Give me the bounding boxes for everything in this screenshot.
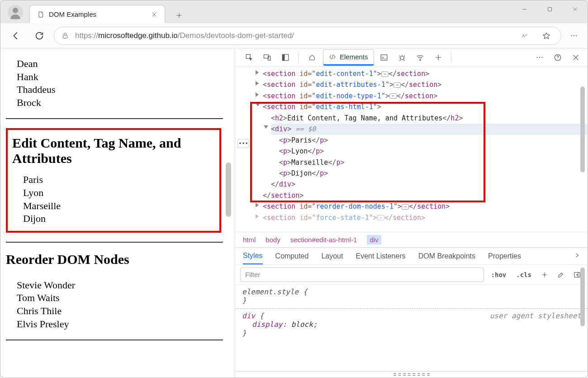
- divider: [6, 242, 223, 243]
- list-item: Lyon: [23, 187, 215, 200]
- cls-button[interactable]: .cls: [513, 271, 534, 278]
- svg-point-5: [576, 35, 577, 36]
- dom-tree[interactable]: <section id="edit-content-1"></section> …: [236, 67, 588, 232]
- styles-tab-dombp[interactable]: DOM Breakpoints: [418, 252, 475, 260]
- list-item: Paris: [23, 173, 215, 187]
- styles-tabs: Styles Computed Layout Event Listeners D…: [236, 248, 588, 265]
- lock-icon: [62, 32, 69, 39]
- more-actions-icon[interactable]: [531, 49, 548, 66]
- hov-button[interactable]: :hov: [488, 271, 509, 278]
- svg-rect-10: [282, 54, 285, 61]
- crumb-item[interactable]: body: [266, 236, 280, 244]
- window-controls: [512, 0, 588, 18]
- page-content: Dean Hank Thaddeus Brock Edit Content, T…: [6, 48, 223, 372]
- svg-point-12: [400, 56, 404, 60]
- svg-point-14: [537, 57, 538, 57]
- section-heading-edit: Edit Content, Tag Name, and Attributes: [12, 135, 215, 166]
- close-devtools-icon[interactable]: [568, 49, 584, 66]
- elements-tab-label: Elements: [340, 53, 368, 61]
- new-style-rule-icon[interactable]: [539, 269, 550, 281]
- styles-tab-events[interactable]: Event Listeners: [356, 252, 405, 260]
- page-scrollbar[interactable]: [225, 48, 233, 378]
- crumb-item[interactable]: html: [243, 236, 256, 244]
- refresh-button[interactable]: [30, 27, 48, 45]
- profile-avatar[interactable]: [8, 5, 23, 20]
- styles-filter-input[interactable]: [240, 268, 484, 282]
- styles-filter-row: :hov .cls: [236, 265, 588, 285]
- list-item: Stevie Wonder: [17, 279, 223, 292]
- url-text: https://microsoftedge.github.io/Demos/de…: [75, 31, 512, 40]
- help-icon[interactable]: [550, 49, 566, 66]
- page-icon: [37, 11, 44, 18]
- browser-toolbar: https://microsoftedge.github.io/Demos/de…: [0, 23, 588, 48]
- address-bar[interactable]: https://microsoftedge.github.io/Demos/de…: [54, 27, 561, 45]
- crumb-item-selected[interactable]: div: [367, 235, 381, 244]
- console-icon[interactable]: [376, 49, 392, 66]
- network-icon[interactable]: [412, 49, 428, 66]
- list-item: Dean: [17, 57, 223, 71]
- section-heading-reorder: Reorder DOM Nodes: [6, 252, 223, 267]
- device-icon[interactable]: [259, 49, 275, 66]
- list-item: Brock: [17, 96, 223, 110]
- elements-panel: <section id="edit-content-1"></section> …: [236, 67, 588, 378]
- list-item: Dijon: [23, 212, 215, 225]
- styles-tab-props[interactable]: Properties: [488, 252, 521, 260]
- styles-panel: Styles Computed Layout Event Listeners D…: [236, 247, 588, 371]
- styles-scrollbar[interactable]: [579, 265, 587, 371]
- row-actions-icon[interactable]: [237, 139, 249, 148]
- more-tabs-icon[interactable]: [430, 49, 446, 66]
- svg-point-3: [571, 35, 572, 36]
- inspect-icon[interactable]: [241, 49, 257, 66]
- new-tab-button[interactable]: [171, 8, 187, 23]
- svg-rect-1: [63, 35, 67, 38]
- styles-tab-computed[interactable]: Computed: [275, 252, 309, 260]
- svg-rect-11: [381, 55, 387, 60]
- svg-point-4: [574, 35, 574, 36]
- chevron-right-icon[interactable]: [574, 252, 580, 260]
- welcome-tab[interactable]: [303, 49, 321, 66]
- svg-text:A⁾⁾: A⁾⁾: [522, 33, 527, 38]
- main-split: Dean Hank Thaddeus Brock Edit Content, T…: [0, 48, 588, 378]
- svg-point-18: [557, 59, 558, 59]
- brush-icon[interactable]: [555, 269, 567, 281]
- favorite-icon[interactable]: [539, 29, 554, 43]
- bug-icon[interactable]: [394, 49, 410, 66]
- svg-rect-0: [548, 7, 551, 11]
- minimize-button[interactable]: [512, 0, 537, 18]
- highlighted-section: Edit Content, Tag Name, and Attributes P…: [6, 128, 221, 232]
- list-item: Hank: [17, 71, 223, 84]
- list-item: Tom Waits: [17, 292, 223, 305]
- close-window-button[interactable]: [562, 0, 588, 18]
- styles-tab-layout[interactable]: Layout: [321, 252, 343, 260]
- divider: [6, 340, 223, 340]
- dock-icon[interactable]: [277, 49, 294, 66]
- breadcrumb[interactable]: html body section#edit-as-html-1 div: [236, 232, 588, 247]
- devtools-pane: Elements <section id="edit-content-1"></…: [236, 48, 588, 378]
- tab-title: DOM Examples: [49, 10, 147, 18]
- page-pane: Dean Hank Thaddeus Brock Edit Content, T…: [0, 48, 236, 378]
- list-item: Marseille: [23, 200, 215, 213]
- title-bar: DOM Examples: [0, 0, 588, 23]
- devtools-toolbar: Elements: [236, 48, 588, 67]
- svg-point-16: [541, 57, 542, 57]
- styles-rules[interactable]: element.style { } user agent stylesheet …: [236, 285, 588, 371]
- svg-point-15: [539, 57, 540, 57]
- browser-tab[interactable]: DOM Examples: [29, 5, 165, 23]
- user-agent-stylesheet-label: user agent stylesheet: [490, 311, 581, 320]
- crumb-item[interactable]: section#edit-as-html-1: [290, 236, 357, 244]
- list-item: Thaddeus: [17, 83, 223, 96]
- tab-close-icon[interactable]: [151, 11, 157, 18]
- styles-tab-styles[interactable]: Styles: [243, 248, 263, 264]
- elements-tab[interactable]: Elements: [323, 49, 374, 66]
- drawer-handle[interactable]: [236, 371, 588, 378]
- list-item: Chris Thile: [17, 305, 223, 318]
- divider: [6, 118, 223, 119]
- maximize-button[interactable]: [537, 0, 562, 18]
- settings-menu-icon[interactable]: [567, 29, 581, 43]
- back-button[interactable]: [7, 27, 25, 45]
- list-item: Elvis Presley: [17, 318, 223, 331]
- read-aloud-icon[interactable]: A⁾⁾: [518, 29, 533, 43]
- svg-point-13: [420, 60, 421, 61]
